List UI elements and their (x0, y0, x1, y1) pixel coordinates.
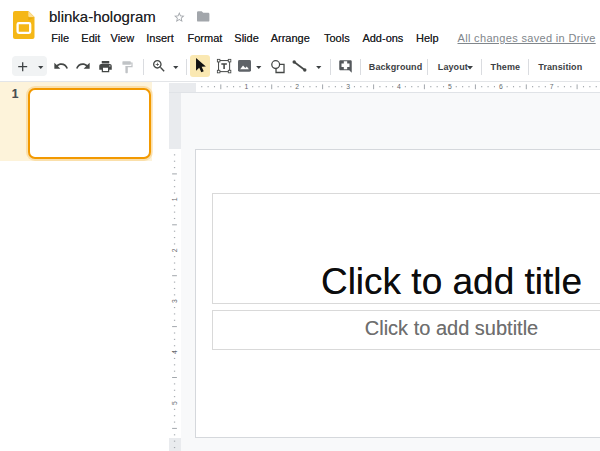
svg-text:2: 2 (171, 248, 178, 252)
svg-text:6: 6 (499, 83, 503, 90)
svg-text:1: 1 (244, 83, 248, 90)
svg-text:1: 1 (171, 197, 178, 201)
svg-text:4: 4 (397, 83, 401, 90)
svg-text:4: 4 (171, 350, 178, 354)
svg-text:2: 2 (295, 83, 299, 90)
svg-text:5: 5 (448, 83, 452, 90)
svg-text:3: 3 (171, 299, 178, 303)
svg-text:7: 7 (550, 83, 554, 90)
svg-text:3: 3 (346, 83, 350, 90)
svg-text:5: 5 (171, 401, 178, 405)
